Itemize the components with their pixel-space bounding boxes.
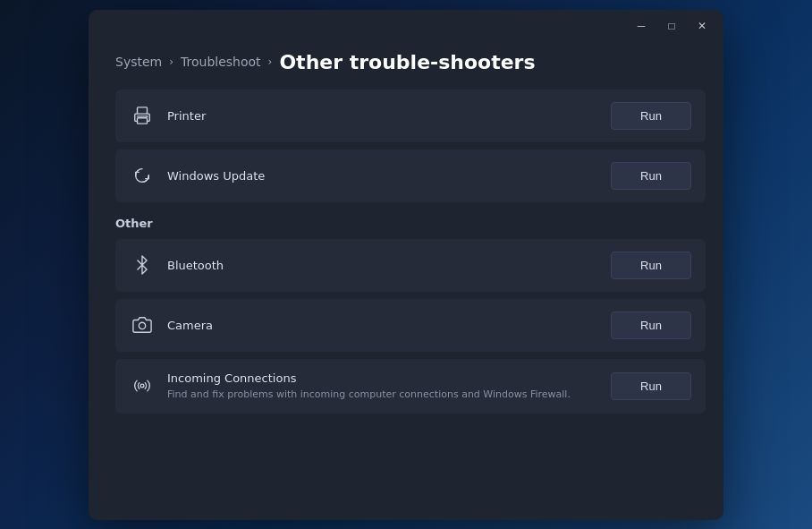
svg-point-2 (147, 115, 148, 117)
incoming-connections-desc: Find and fix problems with incoming comp… (167, 388, 598, 401)
camera-run-button[interactable]: Run (611, 311, 691, 339)
close-button[interactable]: ✕ (688, 15, 716, 37)
camera-title: Camera (167, 319, 598, 332)
maximize-button[interactable]: □ (657, 15, 686, 37)
incoming-connections-info: Incoming Connections Find and fix proble… (167, 371, 598, 401)
windows-update-info: Windows Update (167, 169, 598, 183)
title-bar: ─ □ ✕ (89, 10, 723, 42)
list-item: Windows Update Run (115, 149, 706, 202)
bluetooth-icon (130, 252, 155, 277)
list-item: Printer Run (115, 90, 706, 142)
minimize-button[interactable]: ─ (627, 15, 656, 37)
list-item: Bluetooth Run (115, 239, 706, 292)
scroll-area[interactable]: Printer Run Windows Update (89, 90, 723, 520)
windows-update-title: Windows Update (167, 169, 598, 183)
incoming-connections-icon (130, 373, 155, 398)
camera-info: Camera (167, 319, 598, 332)
windows-update-run-button[interactable]: Run (611, 162, 691, 190)
breadcrumb: System › Troubleshoot › Other trouble-sh… (89, 42, 723, 90)
window-controls: ─ □ ✕ (627, 15, 716, 37)
other-section-label: Other (115, 217, 706, 230)
content-area: System › Troubleshoot › Other trouble-sh… (89, 42, 723, 520)
bluetooth-run-button[interactable]: Run (611, 252, 691, 279)
breadcrumb-sep-1: › (169, 55, 173, 68)
breadcrumb-troubleshoot[interactable]: Troubleshoot (181, 55, 261, 69)
incoming-connections-run-button[interactable]: Run (611, 372, 691, 400)
list-item: Camera Run (115, 299, 706, 352)
bluetooth-info: Bluetooth (167, 259, 598, 272)
svg-rect-0 (138, 107, 148, 114)
printer-run-button[interactable]: Run (611, 102, 691, 130)
breadcrumb-current: Other trouble-shooters (279, 51, 535, 73)
windows-update-icon (130, 163, 155, 188)
svg-point-3 (139, 322, 145, 328)
svg-point-4 (140, 384, 144, 388)
camera-icon (130, 312, 155, 337)
breadcrumb-system[interactable]: System (115, 55, 162, 69)
svg-rect-1 (138, 118, 148, 124)
printer-icon (130, 103, 155, 128)
printer-info: Printer (167, 109, 598, 123)
bluetooth-title: Bluetooth (167, 259, 598, 272)
settings-window: ─ □ ✕ System › Troubleshoot › Other trou… (89, 10, 723, 520)
incoming-connections-title: Incoming Connections (167, 371, 598, 385)
list-item: Incoming Connections Find and fix proble… (115, 359, 706, 414)
printer-title: Printer (167, 109, 598, 123)
breadcrumb-sep-2: › (268, 55, 273, 68)
